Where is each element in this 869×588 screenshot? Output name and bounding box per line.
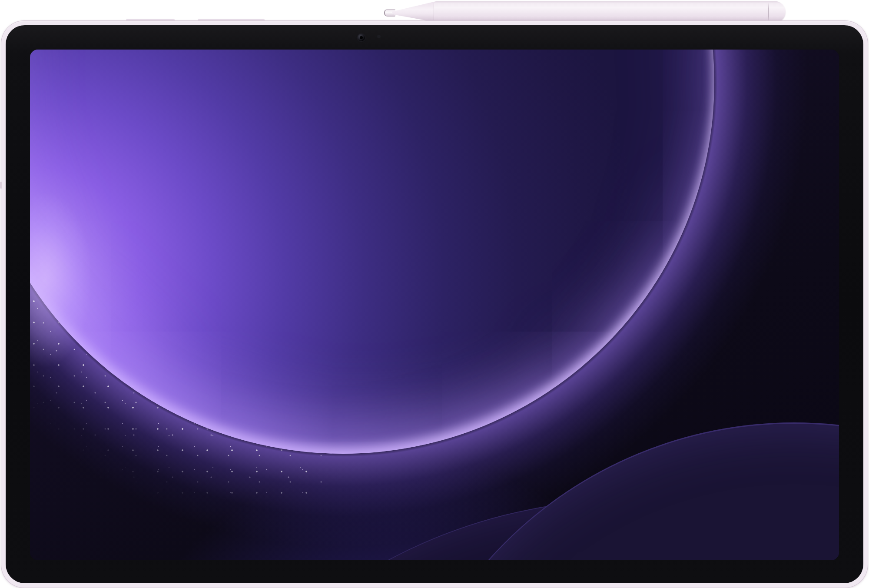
card-tray-seam xyxy=(0,182,2,189)
front-camera xyxy=(358,34,365,41)
s-pen-tip-cone xyxy=(391,1,436,22)
product-photo xyxy=(0,0,869,588)
tablet-body xyxy=(1,20,868,588)
display-screen xyxy=(30,50,839,560)
wallpaper-sparkles xyxy=(30,254,325,497)
screen-bezel xyxy=(6,25,863,583)
ambient-light-sensor xyxy=(377,35,381,38)
camera-lens-pupil xyxy=(360,36,363,39)
s-pen-cap-seam xyxy=(768,3,769,22)
s-pen-body xyxy=(434,1,786,23)
